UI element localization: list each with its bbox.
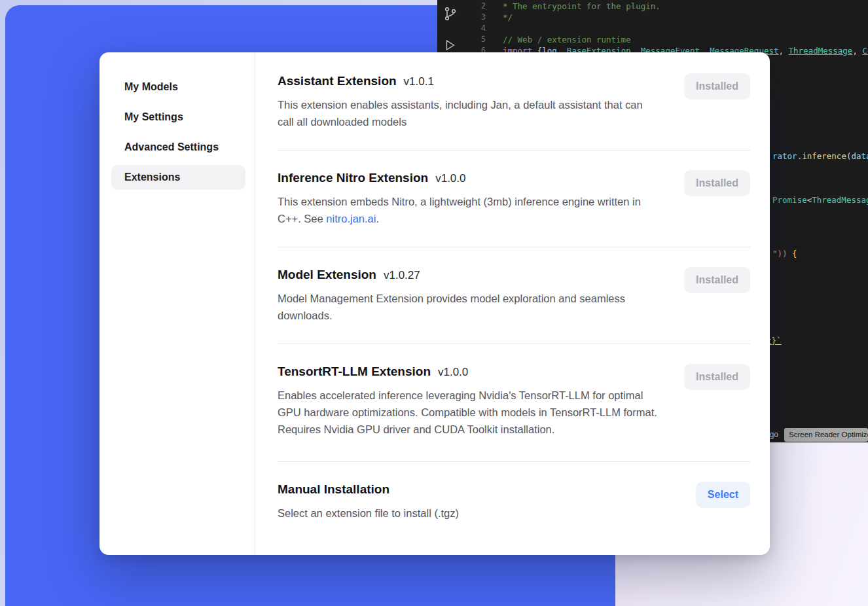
extension-version: v1.0.27 [384,269,420,282]
status-language-label: go [770,429,778,440]
extension-title: Assistant Extension [278,73,397,89]
editor-gutter: 2 3 4 5 6 [471,1,486,56]
extension-item-model: Model Extension v1.0.27 Model Management… [278,247,750,344]
run-debug-icon[interactable] [443,38,462,52]
code-line: // Web / extension runtime [503,34,868,45]
extension-title: TensortRT-LLM Extension [278,364,431,380]
code-line: */ [503,12,868,23]
extension-item-assistant: Assistant Extension v1.0.1 This extensio… [278,52,750,151]
page: 2 3 4 5 6 * The entrypoint for the plugi… [0,0,868,606]
installed-button[interactable]: Installed [684,170,750,196]
extension-description: This extension embeds Nitro, a lightweig… [278,193,660,227]
line-number: 3 [471,12,486,23]
select-file-button[interactable]: Select [696,482,750,508]
settings-modal: My Models My Settings Advanced Settings … [99,52,770,555]
extension-description: Enables accelerated inference leveraging… [278,387,660,438]
source-control-icon[interactable] [443,5,462,22]
editor-activity-bar [443,5,462,52]
extension-title: Model Extension [278,267,376,283]
extension-version: v1.0.0 [435,172,465,185]
code-fragment: Promise<ThreadMessage> [772,194,868,205]
sidebar-item-my-models[interactable]: My Models [111,75,245,99]
manual-installation-section: Manual Installation Select an extension … [278,462,750,541]
extension-description: Model Management Extension provides mode… [278,290,660,324]
line-number: 4 [471,23,486,34]
manual-installation-title: Manual Installation [278,482,389,497]
installed-button[interactable]: Installed [684,267,750,293]
extension-item-nitro: Inference Nitro Extension v1.0.0 This ex… [278,151,750,247]
sidebar-item-extensions[interactable]: Extensions [111,165,245,190]
extension-version: v1.0.0 [438,366,468,379]
extension-title: Inference Nitro Extension [278,170,428,186]
nitro-jan-ai-link[interactable]: nitro.jan.ai [326,213,376,224]
code-fragment: ")) { [772,248,797,259]
code-fragment: rator.inference(data)); [772,151,868,162]
editor-code: * The entrypoint for the plugin. */ // W… [503,1,868,56]
code-line: * The entrypoint for the plugin. [503,1,868,12]
manual-installation-description: Select an extension file to install (.tg… [278,505,459,522]
sidebar-item-advanced-settings[interactable]: Advanced Settings [111,135,245,160]
sidebar-item-my-settings[interactable]: My Settings [111,105,245,130]
screen-reader-status-chip[interactable]: Screen Reader Optimize [784,428,868,442]
line-number: 2 [471,1,486,12]
extension-description: This extension enables assistants, inclu… [278,96,660,130]
line-number: 5 [471,34,486,45]
extensions-panel: Assistant Extension v1.0.1 This extensio… [255,52,770,555]
installed-button[interactable]: Installed [684,73,750,99]
extension-version: v1.0.1 [404,75,434,88]
code-line [503,23,868,34]
description-text: . [376,213,379,224]
installed-button[interactable]: Installed [684,364,750,390]
extension-item-tensorrt: TensortRT-LLM Extension v1.0.0 Enables a… [278,344,750,462]
settings-sidebar: My Models My Settings Advanced Settings … [99,52,255,555]
